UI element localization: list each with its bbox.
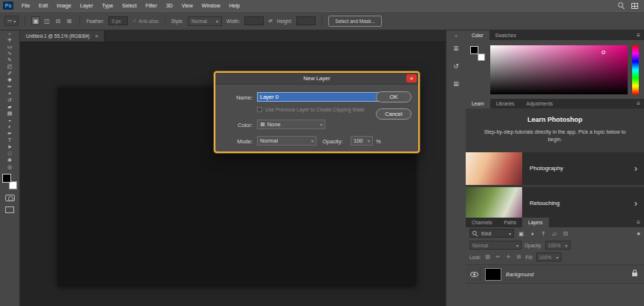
menu-layer[interactable]: Layer [76, 0, 98, 11]
menu-select[interactable]: Select [118, 0, 141, 11]
tab-channels[interactable]: Channels [466, 218, 498, 227]
clone-stamp-tool[interactable]: ⌖ [1, 90, 19, 97]
document-tab[interactable]: Untitled-1 @ 55.1% (RGB/8#) × [20, 30, 105, 42]
rectangle-tool[interactable]: □ [1, 150, 19, 157]
gradient-tool[interactable]: ▤ [1, 110, 19, 117]
lock-pixels-icon[interactable]: ✏ [495, 253, 502, 261]
libraries-panel-icon[interactable]: ⊞ [447, 75, 466, 93]
feather-input[interactable]: 0 px [108, 16, 128, 25]
foreground-color-swatch[interactable] [2, 174, 11, 183]
foreground-color-swatch[interactable] [470, 46, 478, 54]
crop-tool[interactable]: ◰ [1, 63, 19, 70]
quick-selection-tool[interactable]: ✎ [1, 56, 19, 63]
color-cursor[interactable] [602, 51, 605, 54]
subtract-selection-icon[interactable]: ⊟ [53, 16, 62, 25]
shape-layer-filter-icon[interactable]: ▱ [550, 230, 559, 238]
properties-panel-icon[interactable]: ≣ [447, 39, 466, 57]
path-selection-tool[interactable]: ➤ [1, 143, 19, 150]
new-selection-icon[interactable]: ▣ [31, 16, 40, 25]
clipping-mask-checkbox-row[interactable]: Use Previous Layer to Create Clipping Ma… [257, 107, 365, 112]
panel-menu-icon[interactable]: ≡ [633, 99, 644, 108]
select-and-mask-button[interactable]: Select and Mask... [328, 16, 381, 27]
lasso-tool[interactable]: ∿ [1, 50, 19, 56]
quick-mask-icon[interactable] [5, 195, 15, 201]
panel-menu-icon[interactable]: ≡ [633, 218, 644, 227]
pixel-layer-filter-icon[interactable]: ▣ [517, 230, 525, 238]
blend-mode-select[interactable]: Normal ▾ [257, 136, 316, 146]
move-tool[interactable]: ✛ [1, 36, 19, 43]
height-input[interactable] [296, 16, 316, 25]
adjustment-layer-filter-icon[interactable]: ◕ [528, 230, 536, 238]
tab-adjustments[interactable]: Adjustments [521, 99, 559, 108]
blend-mode-select[interactable]: Normal ▾ [469, 241, 521, 250]
add-selection-icon[interactable]: ◫ [42, 16, 51, 25]
pen-tool[interactable]: ✒ [1, 130, 19, 137]
layer-thumbnail[interactable] [485, 268, 501, 281]
tab-layers[interactable]: Layers [522, 218, 549, 227]
ok-button[interactable]: OK [376, 91, 412, 102]
menu-3d[interactable]: 3D [162, 0, 178, 11]
opacity-input[interactable]: 100% ▾ [545, 241, 570, 250]
menu-help[interactable]: Help [224, 0, 244, 11]
menu-edit[interactable]: Edit [34, 0, 52, 11]
filter-toggle-icon[interactable]: ● [637, 230, 640, 237]
swap-dimensions-icon[interactable]: ⇄ [268, 18, 272, 24]
menu-type[interactable]: Type [97, 0, 117, 11]
lock-artboard-icon[interactable]: ⊞ [515, 253, 523, 261]
panel-menu-icon[interactable]: ≡ [633, 30, 644, 40]
dialog-title-bar[interactable]: New Layer × [215, 73, 418, 85]
menu-window[interactable]: Window [198, 0, 225, 11]
expand-panels-icon[interactable]: « [455, 33, 457, 39]
zoom-tool[interactable]: ◎ [1, 163, 19, 170]
spot-healing-brush-tool[interactable]: ✚ [1, 76, 19, 83]
hand-tool[interactable]: ✥ [1, 157, 19, 163]
collapse-toolbar-icon[interactable]: » [8, 30, 10, 36]
eyedropper-tool[interactable]: ✐ [1, 70, 19, 76]
layer-color-select[interactable]: ⊠ None ▾ [257, 120, 325, 129]
tab-color[interactable]: Color [466, 30, 489, 40]
anti-alias-checkbox[interactable]: ✓ Anti-alias [132, 18, 158, 24]
menu-view[interactable]: View [178, 0, 198, 11]
lock-transparency-icon[interactable]: ▨ [484, 253, 492, 261]
close-icon[interactable]: × [406, 74, 417, 82]
fill-input[interactable]: 100% ▾ [536, 253, 562, 261]
lock-position-icon[interactable]: ✛ [505, 253, 513, 261]
layer-name[interactable]: Background [506, 272, 533, 277]
learn-item-retouching[interactable]: Retouching › [466, 187, 644, 218]
tab-paths[interactable]: Paths [498, 218, 522, 227]
brush-tool[interactable]: ✏ [1, 83, 19, 90]
tool-preset-picker[interactable]: ▭ ▾ [4, 16, 19, 26]
history-panel-icon[interactable]: ↺ [447, 57, 466, 75]
smart-object-filter-icon[interactable]: ⊡ [562, 230, 570, 238]
search-icon[interactable] [618, 2, 625, 9]
close-icon[interactable]: × [95, 33, 99, 39]
dodge-tool[interactable]: ◐ [1, 123, 19, 130]
blur-tool[interactable]: ◒ [1, 117, 19, 123]
menu-file[interactable]: File [17, 0, 34, 11]
tab-learn[interactable]: Learn [466, 99, 490, 108]
intersect-selection-icon[interactable]: ⊞ [65, 16, 74, 25]
opacity-input[interactable]: 100 ▾ [351, 136, 373, 146]
tab-swatches[interactable]: Swatches [489, 30, 522, 40]
background-color-swatch[interactable] [478, 53, 485, 61]
style-select[interactable]: Normal ▾ [188, 16, 222, 26]
learn-item-photography[interactable]: Photography › [466, 152, 644, 185]
saturation-brightness-field[interactable] [490, 45, 628, 94]
tab-libraries[interactable]: Libraries [490, 99, 521, 108]
checkbox-icon[interactable] [257, 107, 262, 112]
history-brush-tool[interactable]: ↺ [1, 97, 19, 103]
screen-mode-icon[interactable] [5, 206, 14, 213]
layer-visibility-toggle[interactable] [469, 267, 481, 281]
workspace-switcher-icon[interactable] [631, 3, 638, 9]
cancel-button[interactable]: Cancel [376, 108, 412, 120]
type-tool[interactable]: T [1, 137, 19, 143]
width-input[interactable] [244, 16, 264, 25]
layer-filter-select[interactable]: Kind ▾ [469, 229, 514, 238]
rectangular-marquee-tool[interactable]: ▭ [1, 43, 19, 50]
menu-image[interactable]: Image [52, 0, 75, 11]
type-layer-filter-icon[interactable]: T [539, 230, 547, 238]
layer-row-background[interactable]: Background [466, 264, 644, 284]
hue-slider[interactable] [632, 45, 639, 94]
menu-filter[interactable]: Filter [141, 0, 162, 11]
eraser-tool[interactable]: ▰ [1, 103, 19, 110]
